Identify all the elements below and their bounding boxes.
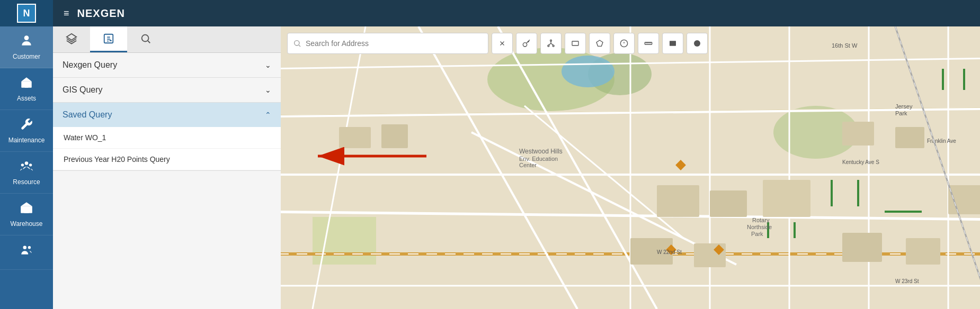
rect2-btn[interactable] xyxy=(662,33,683,54)
svg-rect-67 xyxy=(710,190,747,217)
svg-rect-23 xyxy=(548,45,549,47)
svg-rect-66 xyxy=(657,185,699,217)
svg-rect-2 xyxy=(25,84,29,88)
svg-text:Center: Center xyxy=(519,162,537,168)
measure-btn[interactable] xyxy=(638,33,659,54)
svg-text:W 23rd St: W 23rd St xyxy=(895,278,919,284)
svg-rect-24 xyxy=(553,45,554,47)
gis-query-chevron: ⌄ xyxy=(265,86,271,94)
map-background[interactable]: Westwood Hills Env. Education Center Rot… xyxy=(281,26,980,309)
polygon-btn[interactable] xyxy=(589,33,610,54)
svg-point-8 xyxy=(23,246,27,249)
gis-query-header[interactable]: GIS Query ⌄ xyxy=(53,78,281,102)
panel-tabs xyxy=(53,26,281,53)
svg-rect-69 xyxy=(842,122,874,146)
svg-text:Jersey: Jersey xyxy=(895,103,913,110)
saved-query-header[interactable]: Saved Query ⌃ xyxy=(53,103,281,127)
nexgen-query-section: Nexgen Query ⌄ xyxy=(53,53,281,78)
svg-point-17 xyxy=(295,41,299,46)
sidebar-item-assets-label: Assets xyxy=(17,95,36,102)
svg-rect-68 xyxy=(763,180,810,217)
svg-marker-29 xyxy=(596,40,603,46)
sidebar-item-warehouse-label: Warehouse xyxy=(11,220,43,228)
sidebar-item-customer[interactable]: Customer xyxy=(0,26,53,68)
svg-rect-75 xyxy=(906,238,940,265)
menu-icon[interactable]: ≡ xyxy=(64,8,69,19)
saved-query-label: Saved Query xyxy=(63,110,112,120)
svg-point-39 xyxy=(694,40,700,47)
close-btn[interactable] xyxy=(492,33,513,54)
sidebar-item-resource[interactable]: Resource xyxy=(0,152,53,194)
svg-point-5 xyxy=(29,163,32,166)
topbar: ≡ NEXGEN xyxy=(53,0,980,26)
svg-text:Franklin Ave: Franklin Ave xyxy=(927,138,956,144)
svg-point-3 xyxy=(25,161,29,165)
svg-text:Kentucky Ave S: Kentucky Ave S xyxy=(842,159,879,165)
circle-btn[interactable] xyxy=(687,33,708,54)
address-search-input[interactable] xyxy=(306,39,483,48)
content-area: Nexgen Query ⌄ GIS Query ⌄ Saved Query ⌃… xyxy=(53,26,980,309)
svg-point-9 xyxy=(28,246,31,249)
svg-rect-64 xyxy=(339,127,371,148)
svg-text:Env. Education: Env. Education xyxy=(519,156,558,162)
hierarchy-btn[interactable] xyxy=(540,33,562,54)
svg-rect-65 xyxy=(381,124,408,148)
gis-query-label: GIS Query xyxy=(63,85,103,95)
sidebar: N Customer Assets Maintenance xyxy=(0,0,53,309)
gis-query-section: GIS Query ⌄ xyxy=(53,78,281,103)
svg-text:W 22nd St: W 22nd St xyxy=(657,249,682,255)
svg-point-0 xyxy=(24,35,29,40)
app-title: NEXGEN xyxy=(77,7,125,20)
rectangle-btn[interactable] xyxy=(565,33,586,54)
water-wo1-item[interactable]: Water WO_1 xyxy=(53,127,281,149)
customer-icon xyxy=(20,34,33,51)
svg-text:Westwood Hills: Westwood Hills xyxy=(519,148,563,155)
logo-box: N xyxy=(17,4,36,23)
map-toolbar xyxy=(287,33,974,54)
tab-query[interactable] xyxy=(90,26,127,52)
nexgen-query-chevron: ⌄ xyxy=(265,61,271,69)
tab-search[interactable] xyxy=(127,26,164,52)
sidebar-item-maintenance-label: Maintenance xyxy=(8,137,45,144)
nexgen-query-header[interactable]: Nexgen Query ⌄ xyxy=(53,53,281,77)
resource-icon xyxy=(20,159,33,176)
svg-point-15 xyxy=(142,35,149,42)
svg-text:Park: Park xyxy=(895,110,907,116)
maintenance-icon xyxy=(20,117,33,134)
sidebar-item-assets[interactable]: Assets xyxy=(0,68,53,110)
logo-letter: N xyxy=(23,8,30,19)
svg-rect-74 xyxy=(842,233,882,262)
tab-layers[interactable] xyxy=(53,26,90,52)
sidebar-item-community[interactable] xyxy=(0,235,53,270)
svg-text:Park: Park xyxy=(751,231,763,237)
sidebar-logo: N xyxy=(0,0,53,26)
svg-rect-7 xyxy=(24,208,29,213)
svg-rect-28 xyxy=(572,41,578,46)
search-bar xyxy=(287,33,488,54)
sidebar-item-warehouse[interactable]: Warehouse xyxy=(0,194,53,235)
info-btn[interactable] xyxy=(613,33,635,54)
warehouse-icon xyxy=(20,201,33,218)
community-icon xyxy=(20,243,33,260)
search-icon xyxy=(293,39,301,48)
prev-year-item[interactable]: Previous Year H20 Points Query xyxy=(53,149,281,170)
sidebar-item-maintenance[interactable]: Maintenance xyxy=(0,110,53,152)
svg-point-45 xyxy=(562,56,614,87)
saved-query-content: Water WO_1 Previous Year H20 Points Quer… xyxy=(53,127,281,170)
svg-rect-70 xyxy=(895,127,924,148)
svg-rect-38 xyxy=(670,41,676,46)
svg-point-21 xyxy=(523,43,527,47)
saved-query-chevron: ⌃ xyxy=(265,111,271,119)
nexgen-query-label: Nexgen Query xyxy=(63,60,117,70)
svg-line-16 xyxy=(148,41,150,43)
svg-text:Northside: Northside xyxy=(747,224,772,230)
svg-rect-22 xyxy=(550,40,552,41)
saved-query-section: Saved Query ⌃ Water WO_1 Previous Year H… xyxy=(53,103,281,171)
assets-icon xyxy=(20,76,33,93)
sidebar-item-resource-label: Resource xyxy=(13,178,40,186)
map-area: Westwood Hills Env. Education Center Rot… xyxy=(281,26,980,309)
main-container: ≡ NEXGEN xyxy=(53,0,980,309)
query-panel: Nexgen Query ⌄ GIS Query ⌄ Saved Query ⌃… xyxy=(53,26,281,309)
key-btn[interactable] xyxy=(516,33,537,54)
map-svg: Westwood Hills Env. Education Center Rot… xyxy=(281,26,980,309)
